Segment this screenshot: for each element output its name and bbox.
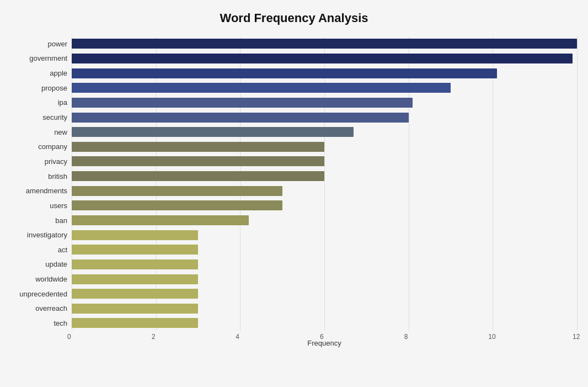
y-label: company [38, 143, 67, 150]
bar [72, 156, 324, 166]
bar-row [72, 288, 577, 300]
bar-row [72, 38, 577, 50]
y-label: new [54, 129, 67, 136]
bar-row [72, 199, 577, 211]
x-tick: 0 [67, 333, 71, 341]
bar-row [72, 82, 577, 94]
bar [72, 127, 354, 137]
bar [72, 200, 282, 210]
bar [72, 245, 198, 255]
y-label: worldwide [35, 275, 67, 283]
y-label: apple [50, 70, 67, 77]
y-label: government [29, 55, 67, 62]
y-label: propose [41, 84, 67, 92]
bar-row [72, 126, 577, 138]
plot-area: 024681012 Frequency [72, 36, 577, 346]
bar [72, 186, 282, 196]
bar-row [72, 317, 577, 329]
y-label: security [42, 114, 67, 121]
y-label: ban [55, 217, 67, 224]
bar [72, 142, 324, 152]
bar-row [72, 155, 577, 167]
x-axis: 024681012 Frequency [72, 331, 577, 346]
bar-row [72, 112, 577, 124]
bars-grid [72, 36, 577, 331]
bar-row [72, 303, 577, 315]
y-label: unprecedented [19, 290, 67, 298]
bar-row [72, 229, 577, 241]
bar-row [72, 214, 577, 226]
bar [72, 230, 198, 240]
chart-container: Word Frequency Analysis powergovernmenta… [0, 0, 588, 387]
bar-row [72, 170, 577, 182]
chart-area: powergovernmentappleproposeipasecurityne… [11, 36, 577, 346]
y-label: power [48, 40, 67, 47]
y-label: british [48, 173, 67, 180]
x-axis-label: Frequency [72, 339, 577, 347]
y-label: ipa [58, 99, 67, 106]
bar-row [72, 141, 577, 153]
grid-lines [72, 36, 577, 331]
bar-row [72, 258, 577, 271]
bar-row [72, 52, 577, 65]
y-label: overreach [35, 305, 67, 312]
bar-row [72, 97, 577, 109]
y-label: users [50, 202, 67, 209]
y-label: tech [54, 320, 67, 327]
y-label: amendments [26, 187, 67, 194]
bar [72, 171, 324, 181]
chart-title: Word Frequency Analysis [11, 11, 577, 25]
y-label: update [45, 261, 67, 268]
bar-row [72, 243, 577, 256]
y-label: privacy [45, 158, 67, 165]
bar [72, 274, 198, 284]
bar-row [72, 185, 577, 197]
bar [72, 68, 497, 78]
bar [72, 318, 198, 328]
bar-row [72, 273, 577, 285]
y-axis-labels: powergovernmentappleproposeipasecurityne… [11, 36, 72, 346]
y-label: act [58, 246, 67, 253]
bar [72, 215, 249, 225]
bar [72, 289, 198, 299]
bar [72, 259, 198, 269]
bar [72, 98, 413, 108]
bar [72, 39, 577, 49]
bar [72, 304, 198, 314]
bar [72, 83, 451, 93]
bar [72, 54, 573, 63]
bar [72, 113, 409, 123]
y-label: investigatory [27, 231, 67, 238]
bar-row [72, 67, 577, 79]
